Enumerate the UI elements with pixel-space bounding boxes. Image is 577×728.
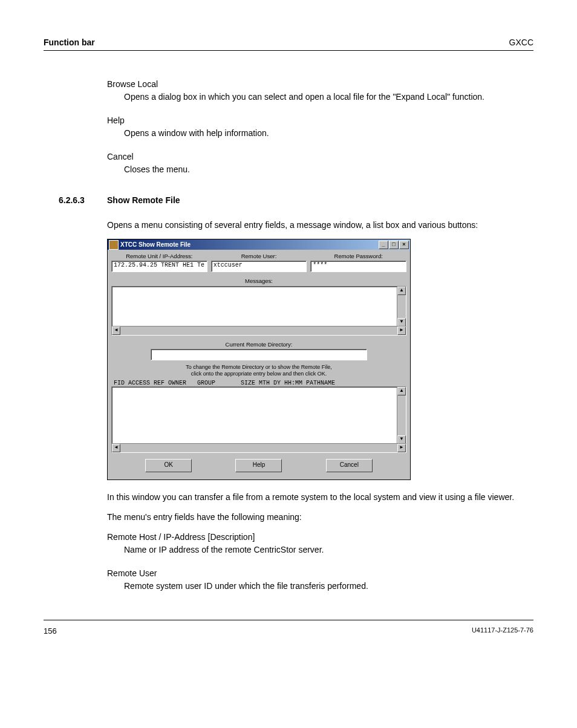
def-desc: Opens a window with help information. bbox=[124, 127, 533, 140]
section-number: 6.2.6.3 bbox=[59, 194, 107, 207]
remote-unit-label: Remote Unit / IP-Address: bbox=[111, 253, 207, 259]
scroll-up-icon[interactable]: ▲ bbox=[397, 287, 406, 295]
remote-user-input[interactable]: xtccuser bbox=[211, 261, 307, 272]
window-body: Remote Unit / IP-Address: 172.25.94.25 T… bbox=[108, 250, 410, 479]
remote-password-input[interactable]: **** bbox=[310, 261, 406, 272]
remote-unit-input[interactable]: 172.25.94.25 TRENT HE1 Te bbox=[111, 261, 207, 272]
window-title: XTCC Show Remote File bbox=[120, 241, 378, 248]
minimize-button[interactable]: _ bbox=[379, 241, 388, 249]
def-term: Browse Local bbox=[107, 78, 533, 91]
file-list-header: FID ACCESS REF OWNER GROUP SIZE MTH DY H… bbox=[111, 379, 406, 386]
after-para-1: In this window you can transfer a file f… bbox=[107, 491, 533, 504]
page-footer: 156 U41117-J-Z125-7-76 bbox=[44, 620, 533, 637]
hint-line1: To change the Remote Directory or to sho… bbox=[186, 364, 332, 370]
def-cancel: Cancel Closes the menu. bbox=[107, 151, 533, 176]
help-button[interactable]: Help bbox=[235, 459, 282, 472]
def-desc: Remote system user ID under which the fi… bbox=[124, 580, 533, 593]
titlebar[interactable]: XTCC Show Remote File _ □ × bbox=[108, 239, 410, 250]
section-heading: 6.2.6.3 Show Remote File bbox=[59, 194, 533, 207]
def-term: Remote Host / IP-Address [Description] bbox=[107, 531, 533, 544]
cancel-button[interactable]: Cancel bbox=[326, 459, 373, 472]
def-help: Help Opens a window with help informatio… bbox=[107, 114, 533, 140]
remote-user-label: Remote User: bbox=[211, 253, 307, 259]
header-left: Function bar bbox=[44, 36, 95, 49]
page-header: Function bar GXCC bbox=[44, 36, 533, 51]
scroll-left-icon[interactable]: ◄ bbox=[112, 444, 120, 452]
def-term: Help bbox=[107, 114, 533, 127]
file-listbox[interactable] bbox=[111, 386, 398, 448]
scroll-up-icon[interactable]: ▲ bbox=[397, 387, 406, 395]
ok-button[interactable]: OK bbox=[145, 459, 192, 472]
dialog-window: XTCC Show Remote File _ □ × Remote Unit … bbox=[107, 239, 411, 480]
hint-text: To change the Remote Directory or to sho… bbox=[111, 364, 406, 377]
scroll-left-icon[interactable]: ◄ bbox=[112, 327, 120, 335]
close-button[interactable]: × bbox=[399, 241, 409, 249]
scroll-down-icon[interactable]: ▼ bbox=[397, 318, 406, 327]
filelist-vscrollbar[interactable]: ▲ ▼ bbox=[397, 386, 406, 444]
intro-paragraph: Opens a menu consisting of several entry… bbox=[107, 219, 533, 232]
hint-line2: click onto the appropriate entry below a… bbox=[191, 371, 327, 377]
messages-hscrollbar[interactable]: ◄ ► bbox=[111, 326, 406, 336]
scroll-down-icon[interactable]: ▼ bbox=[397, 435, 406, 444]
doc-id: U41117-J-Z125-7-76 bbox=[472, 625, 533, 637]
messages-textarea[interactable] bbox=[111, 286, 398, 331]
scroll-right-icon[interactable]: ► bbox=[397, 327, 406, 335]
remote-password-label: Remote Password: bbox=[310, 253, 406, 259]
screenshot-figure: XTCC Show Remote File _ □ × Remote Unit … bbox=[107, 239, 533, 480]
remote-dir-input[interactable] bbox=[151, 349, 367, 360]
def-desc: Opens a dialog box in which you can sele… bbox=[124, 91, 533, 103]
messages-label: Messages: bbox=[111, 278, 406, 284]
messages-vscrollbar[interactable]: ▲ ▼ bbox=[397, 286, 406, 327]
def-desc: Closes the menu. bbox=[124, 163, 533, 176]
page-content: Browse Local Opens a dialog box in which… bbox=[107, 78, 533, 593]
def-term: Remote User bbox=[107, 567, 533, 580]
def-remote-user: Remote User Remote system user ID under … bbox=[107, 567, 533, 593]
app-icon bbox=[109, 240, 119, 250]
scroll-right-icon[interactable]: ► bbox=[397, 444, 406, 452]
def-browse-local: Browse Local Opens a dialog box in which… bbox=[107, 78, 533, 103]
maximize-button[interactable]: □ bbox=[389, 241, 399, 249]
def-remote-host: Remote Host / IP-Address [Description] N… bbox=[107, 531, 533, 556]
def-term: Cancel bbox=[107, 151, 533, 163]
filelist-hscrollbar[interactable]: ◄ ► bbox=[111, 443, 406, 453]
page-number: 156 bbox=[44, 625, 57, 637]
def-desc: Name or IP address of the remote Centric… bbox=[124, 544, 533, 556]
remote-dir-label: Current Remote Directory: bbox=[111, 342, 406, 348]
after-para-2: The menu's entry fields have the followi… bbox=[107, 511, 533, 524]
section-title: Show Remote File bbox=[107, 194, 180, 207]
header-right: GXCC bbox=[509, 36, 533, 49]
